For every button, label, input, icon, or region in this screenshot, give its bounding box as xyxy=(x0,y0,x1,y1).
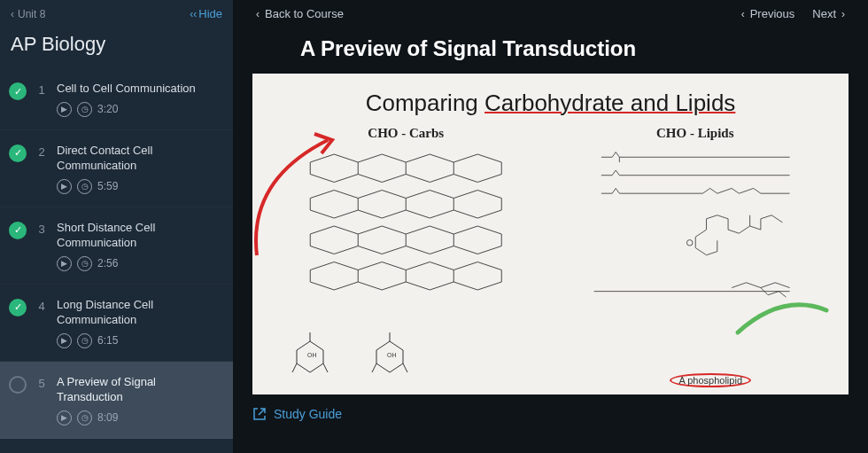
monosaccharide-structure-icon: OHOH xyxy=(288,324,465,386)
lesson-duration: 3:20 xyxy=(97,103,118,115)
lesson-number: 2 xyxy=(35,145,48,159)
sidebar: ‹Unit 8 ‹‹Hide AP Biology ✓1Cell to Cell… xyxy=(0,0,233,453)
video-slide[interactable]: Comparing Carbohydrate and Lipids CHO - … xyxy=(252,74,849,394)
clock-icon: ◷ xyxy=(77,256,92,271)
course-title: AP Biology xyxy=(0,27,233,68)
lesson-item[interactable]: 🔒6Environmental Impacts on Signal Transd… xyxy=(0,439,233,453)
lesson-title: Cell to Cell Communication xyxy=(57,81,222,97)
svg-text:OH: OH xyxy=(307,352,317,358)
svg-point-0 xyxy=(686,240,693,246)
play-icon: ▶ xyxy=(57,410,72,426)
study-guide-link[interactable]: Study Guide xyxy=(233,394,868,433)
lesson-duration: 2:56 xyxy=(97,257,118,269)
play-icon: ▶ xyxy=(57,179,72,194)
lesson-duration: 6:15 xyxy=(97,334,118,347)
lesson-title: A Preview of Signal Transduction xyxy=(57,374,222,405)
lesson-meta: ▶◷2:56 xyxy=(57,256,222,271)
lesson-number: 1 xyxy=(35,83,48,97)
chevron-left-icon: ‹ xyxy=(741,8,745,20)
check-icon: ✓ xyxy=(9,82,27,100)
clock-icon: ◷ xyxy=(77,333,92,348)
clock-icon: ◷ xyxy=(77,102,92,117)
carbohydrate-structure-icon xyxy=(279,146,533,306)
chevron-left-icon: ‹ xyxy=(11,8,14,20)
next-button[interactable]: Next› xyxy=(812,7,845,20)
chevron-left-icon: ‹ xyxy=(256,8,260,20)
main-content: ‹Back to Course ‹Previous Next› A Previe… xyxy=(233,0,868,453)
green-arrow-annotation xyxy=(733,288,831,341)
double-chevron-left-icon: ‹‹ xyxy=(190,8,197,20)
lesson-item[interactable]: ✓4Long Distance Cell Communication▶◷6:15 xyxy=(0,285,233,362)
lesson-number: 4 xyxy=(35,300,48,313)
check-icon: ✓ xyxy=(9,299,27,316)
page-title: A Preview of Signal Transduction xyxy=(233,24,868,74)
lesson-item[interactable]: ✓1Cell to Cell Communication▶◷3:20 xyxy=(0,68,233,130)
play-icon: ▶ xyxy=(57,256,72,271)
lesson-duration: 5:59 xyxy=(97,180,118,192)
external-link-icon xyxy=(252,407,267,421)
clock-icon: ◷ xyxy=(77,410,92,426)
lesson-item[interactable]: ✓3Short Distance Cell Communication▶◷2:5… xyxy=(0,207,233,285)
breadcrumb[interactable]: ‹Unit 8 xyxy=(11,8,45,20)
lesson-item[interactable]: ✓2Direct Contact Cell Communication▶◷5:5… xyxy=(0,130,233,207)
lesson-meta: ▶◷6:15 xyxy=(57,333,222,348)
slide-title: Comparing Carbohydrate and Lipids xyxy=(252,74,849,117)
lesson-duration: 8:09 xyxy=(97,411,118,424)
lesson-meta: ▶◷5:59 xyxy=(57,179,222,194)
left-column-label: CHO - Carbs xyxy=(279,126,533,141)
lipid-structure-icon xyxy=(569,146,823,306)
lesson-item[interactable]: 5A Preview of Signal Transduction▶◷8:09 xyxy=(0,362,233,439)
svg-text:OH: OH xyxy=(387,352,397,358)
previous-button[interactable]: ‹Previous xyxy=(741,7,795,20)
check-icon: ✓ xyxy=(9,222,27,239)
hide-sidebar-button[interactable]: ‹‹Hide xyxy=(190,7,222,20)
phospholipid-label: A phospholipid xyxy=(670,375,751,386)
lesson-title: Short Distance Cell Communication xyxy=(57,220,222,251)
current-indicator-icon xyxy=(9,376,27,394)
lesson-list: ✓1Cell to Cell Communication▶◷3:20✓2Dire… xyxy=(0,68,233,453)
play-icon: ▶ xyxy=(57,333,72,348)
lesson-number: 3 xyxy=(35,223,48,236)
topbar: ‹Back to Course ‹Previous Next› xyxy=(233,0,868,24)
clock-icon: ◷ xyxy=(77,179,92,194)
lesson-meta: ▶◷8:09 xyxy=(57,410,222,426)
play-icon: ▶ xyxy=(57,102,72,117)
check-icon: ✓ xyxy=(9,144,27,162)
lesson-meta: ▶◷3:20 xyxy=(57,102,222,117)
back-to-course-button[interactable]: ‹Back to Course xyxy=(256,7,344,20)
lesson-title: Direct Contact Cell Communication xyxy=(57,143,222,174)
right-column-label: CHO - Lipids xyxy=(569,126,823,141)
chevron-right-icon: › xyxy=(841,8,845,20)
lesson-number: 5 xyxy=(35,377,48,390)
lesson-title: Long Distance Cell Communication xyxy=(57,297,222,328)
